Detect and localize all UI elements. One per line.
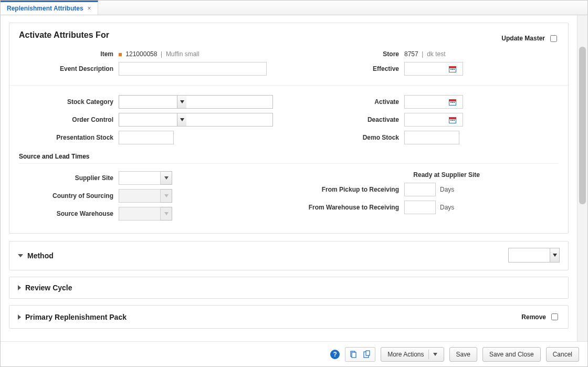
tab-close-icon[interactable]: × bbox=[88, 5, 91, 12]
method-select[interactable] bbox=[508, 248, 560, 263]
paste-icon[interactable] bbox=[362, 350, 372, 359]
calendar-icon[interactable] bbox=[449, 116, 456, 123]
effective-label: Effective bbox=[304, 65, 404, 72]
calendar-icon[interactable] bbox=[449, 98, 456, 106]
save-label: Save bbox=[456, 351, 470, 358]
effective-date-text[interactable] bbox=[408, 63, 446, 75]
store-id: 8757 bbox=[404, 50, 418, 58]
chevron-down-icon[interactable] bbox=[161, 171, 172, 185]
update-master-label: Update Master bbox=[501, 35, 545, 42]
deactivate-date-text[interactable] bbox=[408, 114, 446, 125]
svg-rect-6 bbox=[449, 100, 456, 101]
supplier-site-lov[interactable] bbox=[119, 171, 273, 185]
item-flag-icon bbox=[119, 53, 122, 56]
svg-rect-2 bbox=[450, 69, 452, 70]
svg-rect-16 bbox=[352, 352, 356, 358]
tab-title: Replenishment Attributes bbox=[7, 5, 83, 12]
help-icon[interactable]: ? bbox=[330, 350, 340, 359]
method-select-value bbox=[509, 248, 550, 262]
stock-category-label: Stock Category bbox=[19, 98, 119, 106]
deactivate-label: Deactivate bbox=[304, 116, 404, 123]
order-control-value bbox=[119, 113, 177, 126]
event-description-input[interactable] bbox=[119, 62, 267, 76]
pickup-days-input[interactable] bbox=[404, 183, 436, 196]
svg-rect-4 bbox=[454, 69, 455, 70]
store-label: Store bbox=[304, 50, 404, 58]
supplier-site-input[interactable] bbox=[119, 171, 161, 185]
svg-rect-9 bbox=[454, 102, 455, 103]
content-area: Activate Attributes For Update Master It… bbox=[1, 15, 577, 341]
svg-rect-13 bbox=[452, 120, 453, 121]
primary-pack-section: Primary Replenishment Pack Remove bbox=[9, 305, 569, 329]
chevron-down-icon bbox=[161, 207, 172, 221]
store-value: 8757 | dk test bbox=[404, 50, 559, 58]
chevron-down-icon[interactable] bbox=[177, 113, 186, 126]
country-label: Country of Sourcing bbox=[19, 192, 119, 200]
page-title: Activate Attributes For bbox=[19, 30, 109, 40]
remove-checkbox[interactable] bbox=[551, 313, 558, 320]
more-actions-button[interactable]: More Actions bbox=[381, 347, 444, 362]
svg-rect-8 bbox=[452, 102, 453, 103]
store-desc: dk test bbox=[427, 50, 445, 58]
save-and-close-label: Save and Close bbox=[489, 351, 534, 358]
more-actions-label: More Actions bbox=[387, 351, 424, 358]
demo-stock-input[interactable] bbox=[404, 131, 459, 144]
chevron-down-icon bbox=[161, 189, 172, 203]
tab-replenishment-attributes[interactable]: Replenishment Attributes × bbox=[1, 1, 98, 15]
remove-label: Remove bbox=[521, 313, 546, 321]
chevron-down-icon[interactable] bbox=[433, 353, 437, 356]
country-lov bbox=[119, 189, 273, 203]
stock-category-value bbox=[119, 96, 177, 108]
chevron-down-icon[interactable] bbox=[177, 96, 186, 108]
save-button[interactable]: Save bbox=[449, 347, 477, 362]
disclosure-closed-icon[interactable] bbox=[18, 314, 21, 320]
disclosure-open-icon[interactable] bbox=[18, 254, 23, 257]
svg-rect-11 bbox=[449, 118, 456, 119]
activate-date-text[interactable] bbox=[408, 96, 446, 108]
svg-rect-1 bbox=[449, 67, 456, 68]
primary-pack-title: Primary Replenishment Pack bbox=[25, 313, 127, 321]
item-desc: Muffin small bbox=[166, 50, 200, 58]
calendar-icon[interactable] bbox=[449, 65, 456, 72]
review-cycle-section: Review Cycle bbox=[9, 277, 569, 299]
source-wh-lov bbox=[119, 207, 273, 221]
item-value: 121000058 | Muffin small bbox=[119, 50, 273, 58]
review-cycle-title: Review Cycle bbox=[25, 284, 72, 292]
svg-rect-12 bbox=[450, 120, 452, 121]
order-control-select[interactable] bbox=[119, 113, 273, 127]
order-control-label: Order Control bbox=[19, 116, 119, 123]
cancel-label: Cancel bbox=[553, 351, 572, 358]
svg-rect-7 bbox=[450, 102, 452, 103]
deactivate-date-input[interactable] bbox=[404, 113, 463, 127]
save-and-close-button[interactable]: Save and Close bbox=[482, 347, 541, 362]
stock-category-select[interactable] bbox=[119, 95, 273, 109]
wh-days-input[interactable] bbox=[404, 201, 436, 214]
app-window: Replenishment Attributes × Activate Attr… bbox=[0, 0, 588, 367]
svg-rect-18 bbox=[366, 351, 370, 355]
effective-date-input[interactable] bbox=[404, 62, 463, 76]
scrollbar-thumb[interactable] bbox=[579, 47, 586, 204]
vertical-scrollbar[interactable] bbox=[577, 15, 587, 341]
chevron-down-icon[interactable] bbox=[550, 248, 559, 262]
presentation-stock-input[interactable] bbox=[119, 131, 174, 144]
copy-icon[interactable] bbox=[349, 350, 358, 359]
activate-attributes-card: Activate Attributes For Update Master It… bbox=[9, 23, 569, 234]
demo-stock-label: Demo Stock bbox=[304, 134, 404, 141]
supplier-site-label: Supplier Site bbox=[19, 174, 119, 182]
icon-button-group bbox=[345, 347, 375, 362]
method-section: Method bbox=[9, 241, 569, 270]
disclosure-closed-icon[interactable] bbox=[18, 285, 21, 290]
cancel-button[interactable]: Cancel bbox=[546, 347, 579, 362]
country-input bbox=[119, 189, 161, 203]
presentation-stock-label: Presentation Stock bbox=[19, 134, 119, 141]
ready-at-supplier-label: Ready at Supplier Site bbox=[304, 171, 559, 179]
method-title: Method bbox=[27, 251, 54, 260]
footer-toolbar: ? More Actions Save Save and Close Cance… bbox=[1, 341, 587, 366]
svg-rect-14 bbox=[454, 120, 455, 121]
item-id: 121000058 bbox=[125, 50, 157, 58]
wh-label: From Warehouse to Receiving bbox=[304, 204, 404, 211]
activate-date-input[interactable] bbox=[404, 95, 463, 109]
update-master-checkbox[interactable] bbox=[550, 35, 557, 42]
event-description-label: Event Description bbox=[19, 65, 119, 72]
svg-rect-3 bbox=[452, 69, 453, 70]
